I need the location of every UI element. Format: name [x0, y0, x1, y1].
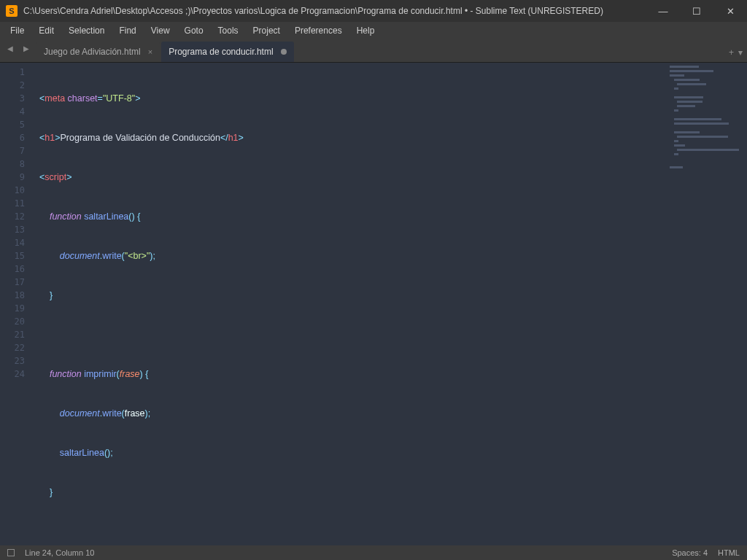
maximize-button[interactable]: ☐: [680, 0, 713, 22]
code-area[interactable]: <meta charset="UTF-8"> <h1>Programa de V…: [34, 63, 747, 545]
menu-preferences[interactable]: Preferences: [287, 26, 349, 36]
minimize-button[interactable]: —: [646, 0, 680, 22]
tab-nav-forward-icon[interactable]: ▶: [23, 44, 35, 56]
menu-project[interactable]: Project: [246, 26, 287, 36]
tab-bar: ◀ ▶ Juego de Adiviación.html × Programa …: [0, 39, 747, 63]
menu-selection[interactable]: Selection: [61, 26, 112, 36]
tab-close-icon[interactable]: ×: [148, 47, 152, 56]
menu-file[interactable]: File: [3, 26, 31, 36]
editor-area[interactable]: 123456789101112131415161718192021222324 …: [0, 63, 747, 545]
close-button[interactable]: ✕: [713, 0, 747, 22]
menu-help[interactable]: Help: [349, 26, 382, 36]
app-logo-icon: S: [6, 5, 18, 17]
title-bar: S C:\Users\Cendra Adriel\Desktop\Accesos…: [0, 0, 747, 22]
window-title: C:\Users\Cendra Adriel\Desktop\Accesos ;…: [23, 6, 646, 16]
tab-inactive[interactable]: Juego de Adiviación.html ×: [36, 42, 160, 62]
menu-edit[interactable]: Edit: [31, 26, 61, 36]
tab-active[interactable]: Programa de conducir.html: [161, 42, 293, 62]
menu-find[interactable]: Find: [112, 26, 143, 36]
tab-dirty-icon: [281, 49, 287, 55]
menu-bar: File Edit Selection Find View Goto Tools…: [0, 22, 747, 39]
menu-view[interactable]: View: [144, 26, 177, 36]
tab-nav-back-icon[interactable]: ◀: [7, 44, 19, 56]
tab-menu-icon[interactable]: ▾: [738, 47, 743, 58]
minimap[interactable]: [667, 66, 747, 153]
tab-label: Programa de conducir.html: [169, 47, 273, 57]
line-number-gutter: 123456789101112131415161718192021222324: [0, 63, 34, 545]
panel-toggle-icon[interactable]: [7, 549, 15, 556]
menu-tools[interactable]: Tools: [211, 26, 246, 36]
tab-new-icon[interactable]: +: [729, 47, 734, 58]
menu-goto[interactable]: Goto: [177, 26, 211, 36]
tab-label: Juego de Adiviación.html: [44, 47, 141, 57]
